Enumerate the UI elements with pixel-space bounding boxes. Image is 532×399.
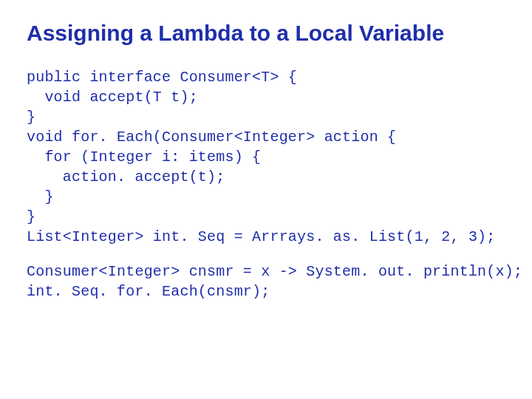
code-block-2: Consumer<Integer> cnsmr = x -> System. o…	[27, 262, 505, 301]
slide-title: Assigning a Lambda to a Local Variable	[27, 21, 505, 47]
code-block-1: public interface Consumer<T> { void acce…	[27, 67, 505, 247]
spacer	[27, 247, 505, 262]
slide: Assigning a Lambda to a Local Variable p…	[0, 0, 532, 399]
